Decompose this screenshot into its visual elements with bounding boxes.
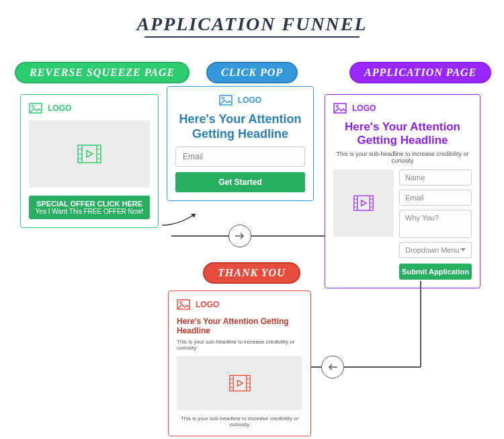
- diagram-title: APPLICATION FUNNEL: [136, 13, 367, 35]
- pill-click-pop: CLICK POP: [206, 62, 298, 83]
- logo-row: LOGO: [333, 103, 472, 114]
- connector-line: [311, 366, 322, 368]
- ty-subhead-top: This is your sub-headline to increase cr…: [177, 339, 302, 351]
- logo-label: LOGO: [48, 104, 71, 113]
- logo-row: LOGO: [29, 103, 150, 114]
- connector-line: [339, 366, 421, 368]
- logo-label: LOGO: [196, 300, 219, 309]
- submit-application-button[interactable]: Submit Application: [399, 264, 472, 280]
- app-headline: Here's Your Attention Getting Headline: [333, 120, 472, 148]
- curved-arrow-icon: [159, 208, 206, 229]
- svg-point-1: [32, 106, 34, 108]
- dropdown-label: Dropdown Menu: [405, 246, 460, 254]
- pill-thank-you: THANK YOU: [203, 262, 300, 284]
- arrow-left-circle-icon: [321, 356, 344, 378]
- pill-application-page: APPLICATION PAGE: [349, 62, 491, 83]
- image-icon: [177, 299, 190, 310]
- arrow-right-circle-icon: [228, 225, 251, 247]
- card-application: LOGO Here's Your Attention Getting Headl…: [325, 94, 480, 288]
- video-icon: [77, 145, 101, 163]
- email-field[interactable]: Email: [175, 147, 305, 167]
- video-placeholder: [29, 120, 150, 188]
- app-subhead: This is your sub-headline to increase cr…: [333, 151, 472, 164]
- dropdown-menu[interactable]: Dropdown Menu: [399, 242, 472, 258]
- get-started-button[interactable]: Get Started: [175, 172, 305, 192]
- diagram-title-wrap: APPLICATION FUNNEL: [0, 0, 504, 38]
- email-field[interactable]: Email: [399, 190, 472, 206]
- logo-row: LOGO: [175, 95, 305, 106]
- video-icon: [229, 374, 251, 392]
- name-field[interactable]: Name: [399, 169, 472, 186]
- svg-marker-11: [87, 151, 93, 157]
- connector-line: [420, 281, 421, 367]
- svg-marker-25: [362, 200, 367, 206]
- logo-label: LOGO: [238, 95, 261, 105]
- logo-row: LOGO: [177, 299, 302, 310]
- ty-subhead-bottom: This is your sub-headline to increase cr…: [177, 415, 302, 428]
- video-placeholder: [177, 356, 302, 410]
- video-icon: [353, 195, 374, 211]
- offer-line2: Yes I Want This FREE OFFER Now!: [29, 208, 150, 215]
- title-underline: [144, 36, 360, 38]
- ty-headline: Here's Your Attention Getting Headline: [177, 317, 302, 336]
- svg-marker-37: [237, 380, 243, 386]
- image-icon: [219, 95, 233, 106]
- svg-point-27: [180, 302, 182, 304]
- clickpop-headline: Here's Your Attention Getting Headline: [175, 112, 305, 141]
- chevron-down-icon: [460, 248, 466, 251]
- special-offer-button[interactable]: SPECIAL OFFER CLICK HERE Yes I Want This…: [29, 196, 150, 219]
- image-icon: [333, 103, 347, 114]
- video-placeholder: [333, 169, 394, 237]
- card-click-pop: LOGO Here's Your Attention Getting Headl…: [167, 86, 314, 201]
- svg-point-15: [337, 106, 339, 108]
- svg-point-13: [222, 97, 224, 99]
- card-reverse-squeeze: LOGO SPECIAL OFFER CLICK HERE Yes I Want…: [20, 94, 159, 228]
- image-icon: [29, 103, 42, 114]
- pill-reverse-squeeze: REVERSE SQUEEZE PAGE: [15, 62, 190, 83]
- offer-line1: SPECIAL OFFER CLICK HERE: [29, 200, 150, 208]
- card-thank-you: LOGO Here's Your Attention Getting Headl…: [168, 290, 311, 436]
- logo-label: LOGO: [352, 104, 376, 113]
- why-you-field[interactable]: Why You?: [399, 210, 472, 238]
